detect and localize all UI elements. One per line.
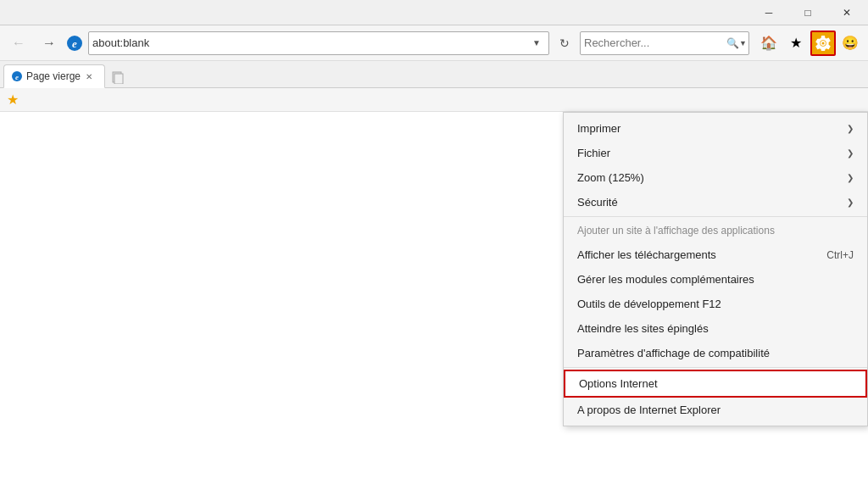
menu-item-imprimer[interactable]: Imprimer ❯ [564,116,867,141]
svg-text:e: e [15,73,19,81]
menu-item-label: Sécurité [577,196,618,209]
menu-item-fichier[interactable]: Fichier ❯ [564,141,867,165]
favorites-bar: ★ [0,88,868,112]
menu-item-label: Afficher les téléchargements [577,248,716,261]
minimize-button[interactable]: ─ [749,0,788,25]
search-button[interactable]: 🔍 [726,32,739,54]
menu-item-options-internet[interactable]: Options Internet [564,370,867,398]
settings-dropdown-menu: Imprimer ❯ Fichier ❯ Zoom (125%) ❯ Sécur… [563,112,868,426]
menu-item-label: Ajouter un site à l'affichage des applic… [577,225,775,237]
menu-item-label: Options Internet [579,377,658,390]
menu-item-sites-epingles[interactable]: Atteindre les sites épinglés [564,316,867,341]
menu-item-securite[interactable]: Sécurité ❯ [564,190,867,214]
menu-arrow-icon: ❯ [847,148,854,158]
menu-item-label: Gérer les modules complémentaires [577,273,754,286]
menu-item-label: Outils de développement F12 [577,298,721,310]
search-bar-container[interactable]: 🔍 ▼ [580,31,749,55]
menu-item-label: Imprimer [577,122,620,135]
address-bar-container[interactable]: ▼ [88,31,549,55]
back-button[interactable]: ← [5,30,32,57]
settings-button[interactable] [810,31,836,56]
menu-item-telechargements[interactable]: Afficher les téléchargements Ctrl+J [564,242,867,267]
tab-close-button[interactable]: ✕ [84,71,94,82]
maximize-button[interactable]: □ [788,0,827,25]
menu-arrow-icon: ❯ [847,198,854,207]
ie-logo: e [66,35,83,52]
menu-item-ajouter: Ajouter un site à l'affichage des applic… [564,219,867,242]
menu-item-label: Paramètres d'affichage de compatibilité [577,347,770,359]
menu-arrow-icon: ❯ [847,124,854,133]
menu-item-modules[interactable]: Gérer les modules complémentaires [564,267,867,292]
title-bar-buttons: ─ □ ✕ [749,0,866,25]
menu-item-label: Atteindre les sites épinglés [577,322,709,335]
menu-item-dev[interactable]: Outils de développement F12 [564,292,867,316]
browser-window: ─ □ ✕ ← → e ▼ ↻ 🔍 ▼ 🏠 [0,0,868,490]
address-dropdown-button[interactable]: ▼ [528,32,545,54]
tab-label: Page vierge [26,70,81,82]
tab-page-vierge[interactable]: e Page vierge ✕ [3,64,105,88]
svg-text:e: e [72,37,77,50]
menu-item-label: Zoom (125%) [577,171,644,184]
home-button[interactable]: 🏠 [756,31,782,56]
toolbar-right: 🏠 ★ 😀 [756,31,863,56]
tab-icon: e [11,70,23,82]
title-bar: ─ □ ✕ [0,0,868,25]
search-input[interactable] [584,36,726,49]
content-area: Imprimer ❯ Fichier ❯ Zoom (125%) ❯ Sécur… [0,112,868,490]
menu-item-zoom[interactable]: Zoom (125%) ❯ [564,165,867,190]
menu-separator-1 [564,216,867,217]
refresh-button[interactable]: ↻ [553,31,576,55]
svg-rect-5 [114,74,123,84]
tab-bar: e Page vierge ✕ [0,61,868,88]
new-tab-button[interactable] [107,67,129,87]
menu-item-label: Fichier [577,147,610,159]
favorites-star-icon: ★ [7,92,19,108]
favorites-button[interactable]: ★ [783,31,809,56]
address-input[interactable] [92,36,528,49]
menu-item-a-propos[interactable]: A propos de Internet Explorer [564,398,867,422]
search-provider-dropdown[interactable]: ▼ [739,32,747,54]
new-tab-icon [111,70,125,84]
nav-bar: ← → e ▼ ↻ 🔍 ▼ 🏠 ★ [0,25,868,61]
menu-separator-2 [564,367,867,368]
menu-arrow-icon: ❯ [847,173,854,182]
menu-item-shortcut: Ctrl+J [826,249,854,261]
emoji-button[interactable]: 😀 [837,31,863,56]
menu-item-compatibilite[interactable]: Paramètres d'affichage de compatibilité [564,341,867,365]
forward-button[interactable]: → [36,30,63,57]
menu-item-label: A propos de Internet Explorer [577,404,721,416]
close-button[interactable]: ✕ [827,0,866,25]
